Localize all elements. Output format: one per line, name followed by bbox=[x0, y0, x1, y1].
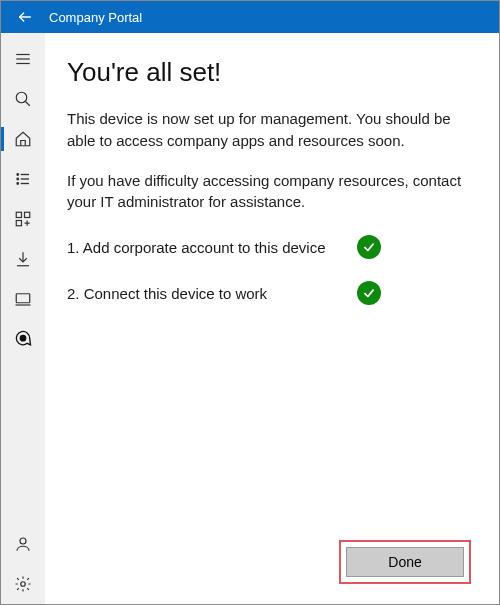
svg-point-8 bbox=[17, 178, 19, 180]
apps-icon[interactable] bbox=[1, 199, 45, 239]
account-icon[interactable] bbox=[1, 524, 45, 564]
button-row: Done bbox=[67, 540, 471, 586]
sidebar bbox=[1, 33, 45, 604]
support-icon[interactable] bbox=[1, 319, 45, 359]
checkmark-icon bbox=[357, 235, 381, 259]
svg-point-23 bbox=[21, 582, 26, 587]
list-icon[interactable] bbox=[1, 159, 45, 199]
svg-rect-12 bbox=[16, 212, 21, 217]
step-label: 1. Add corporate account to this device bbox=[67, 239, 347, 256]
svg-rect-14 bbox=[16, 221, 21, 226]
step-label: 2. Connect this device to work bbox=[67, 285, 347, 302]
svg-rect-13 bbox=[25, 212, 30, 217]
step-row: 1. Add corporate account to this device bbox=[67, 235, 471, 259]
svg-rect-19 bbox=[16, 294, 30, 303]
home-icon[interactable] bbox=[1, 119, 45, 159]
svg-point-22 bbox=[20, 538, 26, 544]
device-icon[interactable] bbox=[1, 279, 45, 319]
back-button[interactable] bbox=[9, 1, 41, 33]
intro-paragraph-2: If you have difficulty accessing company… bbox=[67, 170, 471, 214]
download-icon[interactable] bbox=[1, 239, 45, 279]
svg-point-10 bbox=[17, 183, 19, 185]
checkmark-icon bbox=[357, 281, 381, 305]
svg-line-5 bbox=[25, 101, 30, 106]
intro-paragraph-1: This device is now set up for management… bbox=[67, 108, 471, 152]
setup-steps: 1. Add corporate account to this device … bbox=[67, 235, 471, 327]
main-content: You're all set! This device is now set u… bbox=[45, 33, 499, 604]
menu-icon[interactable] bbox=[1, 39, 45, 79]
done-button[interactable]: Done bbox=[346, 547, 464, 577]
app-title: Company Portal bbox=[49, 10, 142, 25]
svg-point-21 bbox=[20, 335, 27, 342]
step-row: 2. Connect this device to work bbox=[67, 281, 471, 305]
svg-point-6 bbox=[17, 174, 19, 176]
page-title: You're all set! bbox=[67, 57, 471, 88]
settings-icon[interactable] bbox=[1, 564, 45, 604]
svg-point-4 bbox=[16, 92, 27, 103]
search-icon[interactable] bbox=[1, 79, 45, 119]
titlebar: Company Portal bbox=[1, 1, 499, 33]
highlight-box: Done bbox=[339, 540, 471, 584]
